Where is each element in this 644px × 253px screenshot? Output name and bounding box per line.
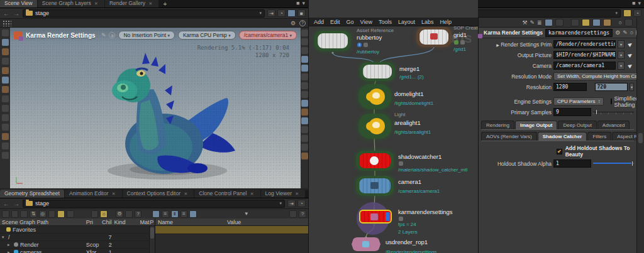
expand-icon[interactable]: ▶	[496, 43, 499, 47]
snapshot-icon[interactable]	[287, 9, 296, 17]
karma-display-flag[interactable]	[386, 212, 390, 221]
rubbertoy-node-body[interactable]	[318, 33, 348, 48]
menu-add[interactable]: Add	[314, 19, 324, 25]
selection-mode-icon[interactable]	[2, 114, 9, 121]
tree-row-favorites[interactable]: Favorites	[0, 226, 155, 234]
engine-settings-select[interactable]: CPU Parameters↕	[553, 97, 604, 105]
brush-icon[interactable]: ✎	[101, 32, 106, 38]
split-view-icon[interactable]: ‖	[171, 210, 179, 218]
pane-maximize-icon[interactable]: ■	[632, 0, 635, 6]
rows-view-icon[interactable]: ≡	[180, 210, 188, 218]
tab-close-icon[interactable]: ✕	[182, 191, 189, 196]
pose-tool-icon[interactable]	[2, 77, 9, 83]
history-icon[interactable]: ◔	[297, 200, 306, 207]
col-kind[interactable]: Kind	[113, 219, 140, 225]
bulb-display-icon[interactable]	[301, 56, 308, 63]
selected-row[interactable]	[155, 226, 308, 234]
camera-box-icon[interactable]	[625, 19, 633, 26]
note-icon[interactable]	[582, 19, 590, 26]
col-value[interactable]: Value	[225, 219, 308, 225]
node-usdrender-rop1[interactable]	[352, 237, 380, 251]
tree-view-icon[interactable]	[152, 210, 160, 218]
pin-icon[interactable]: ⇥	[267, 9, 275, 17]
menu-view[interactable]: View	[360, 19, 372, 25]
link-icon[interactable]	[57, 210, 65, 218]
tab-scene-graph-layers[interactable]: Scene Graph Layers ✕	[38, 0, 104, 8]
search-icon[interactable]: ○	[619, 19, 622, 26]
tab-close-icon[interactable]: ✕	[92, 1, 100, 6]
col-pri[interactable]: Pri	[86, 219, 101, 225]
menu-go[interactable]: Go	[347, 19, 354, 25]
bag-icon[interactable]	[125, 210, 133, 218]
select-tool-icon[interactable]	[2, 30, 9, 36]
tab-image-output[interactable]: Image Output	[515, 121, 558, 129]
info-circle-icon[interactable]: ◎	[39, 210, 47, 218]
grid-alt-icon[interactable]	[555, 19, 564, 26]
col-p[interactable]: P	[150, 219, 155, 225]
pin-icon[interactable]: ⇥	[287, 200, 296, 207]
drawer-icon[interactable]	[2, 133, 9, 140]
gear-icon[interactable]: ⚙	[116, 210, 123, 218]
col-chil[interactable]: Chil	[101, 219, 113, 225]
info-display-icon[interactable]	[301, 144, 308, 151]
menu-edit[interactable]: Edit	[330, 19, 340, 25]
insertion-point-pill[interactable]: No Insertion Point ▾	[118, 31, 174, 40]
folder-icon[interactable]	[603, 19, 611, 26]
camera-pill[interactable]: /cameras/camera1 ▾	[239, 31, 297, 40]
magnet-tool-icon[interactable]	[2, 95, 9, 102]
bag-icon[interactable]	[289, 210, 297, 218]
tab-filters[interactable]: Filters	[587, 132, 611, 141]
headlight-icon[interactable]	[301, 47, 308, 54]
stage-path-input[interactable]: stage ▾	[23, 9, 265, 18]
translate-tool-icon[interactable]	[2, 48, 9, 55]
env-display-icon[interactable]	[301, 117, 308, 124]
scale-tool-icon[interactable]	[2, 67, 9, 74]
tools-icon[interactable]: ⚒	[522, 19, 527, 26]
prim-icon[interactable]	[11, 210, 19, 218]
simplified-shading-checkbox[interactable]	[611, 99, 612, 104]
tab-log-viewer[interactable]: Log Viewer ✕	[261, 190, 306, 198]
primary-samples-slider[interactable]	[593, 109, 634, 115]
collapse-icon[interactable]: ▾	[2, 235, 6, 240]
new-tab-button[interactable]: +	[159, 1, 170, 8]
table-view-icon[interactable]	[189, 210, 197, 218]
expand-display-icon[interactable]	[301, 30, 308, 36]
camera-input[interactable]: /cameras/camera1	[553, 62, 616, 70]
parameter-scrollbar[interactable]	[636, 18, 644, 253]
layers-icon[interactable]	[2, 143, 9, 149]
crop-display-icon[interactable]	[301, 135, 308, 142]
arealight-bulb-icon[interactable]	[369, 118, 385, 134]
tab-close-icon[interactable]: ✕	[110, 191, 118, 196]
resolution-mode-select[interactable]: Set Width, Compute Height from Camera↕	[553, 72, 644, 80]
tab-context-options-editor[interactable]: Context Options Editor ✕	[123, 190, 194, 198]
grid-view-icon[interactable]	[545, 19, 553, 26]
list-view-icon[interactable]: ≡	[162, 210, 169, 218]
geometry-mode-icon[interactable]	[2, 124, 9, 131]
view-tool-icon[interactable]	[2, 105, 9, 112]
node-shadowcatcher1[interactable]	[356, 151, 394, 171]
pane-menu-icon[interactable]: ▾	[302, 0, 305, 6]
help-icon[interactable]: ?	[299, 20, 306, 26]
rotate-tool-icon[interactable]	[2, 58, 9, 65]
tree-scrollbar[interactable]	[149, 226, 155, 253]
primary-samples-input[interactable]: 9	[553, 108, 591, 116]
pane-maximize-icon[interactable]: ■	[296, 0, 299, 6]
menu-help[interactable]: Help	[440, 19, 452, 25]
resolution-height-input[interactable]: 720	[595, 83, 628, 91]
search-icon[interactable]	[48, 210, 56, 218]
output-picture-input[interactable]: $HIP/render/$HIPNAME.$OS.$F4.exr	[553, 51, 616, 59]
help-icon[interactable]: ?	[299, 210, 306, 218]
holdout-alpha-slider[interactable]	[593, 161, 634, 166]
path-dropdown-icon[interactable]: ▾	[279, 201, 282, 206]
pick-camera-icon[interactable]: ▶	[626, 61, 635, 70]
holdout-alpha-input[interactable]: 1	[553, 159, 591, 168]
path-dropdown-icon[interactable]: ▾	[615, 11, 618, 16]
help-icon[interactable]: ?	[135, 210, 142, 218]
menu-layout[interactable]: Layout	[398, 19, 415, 25]
wire-display-icon[interactable]	[301, 73, 308, 80]
sliders-icon[interactable]: ⇅	[30, 210, 37, 218]
lock-tool-icon[interactable]	[2, 39, 9, 46]
grid-display-icon[interactable]	[301, 153, 308, 159]
dropdown-icon[interactable]: ▾	[618, 40, 625, 48]
tab-aovs[interactable]: AOVs (Render Vars)	[481, 132, 537, 141]
